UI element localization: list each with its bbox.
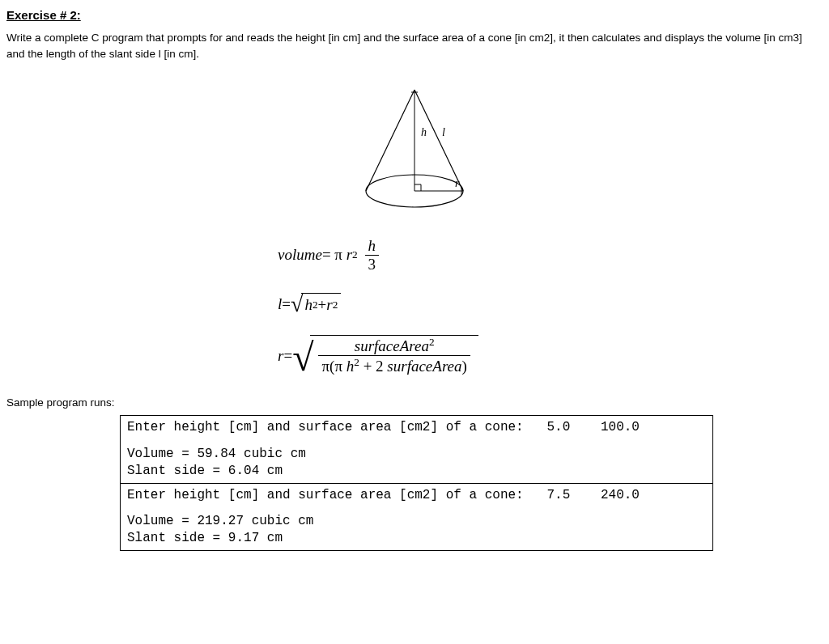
sample-volume-line: Volume = 219.27 cubic cm (127, 513, 706, 530)
diagram-label-h: h (421, 126, 427, 138)
sample-output-box: Enter height [cm] and surface area [cm2]… (120, 415, 713, 551)
exercise-heading: Exercise # 2: (6, 8, 823, 22)
svg-line-1 (366, 90, 414, 191)
formula-slant: l = √ h2 + r2 (278, 293, 823, 316)
formula-radius: r = √ surfaceArea2 π(π h2 + 2 surfaceAre… (278, 335, 823, 378)
sample-slant-line: Slant side = 6.04 cm (127, 463, 706, 480)
sample-sa-value: 240.0 (601, 488, 640, 502)
sample-prompt-text: Enter height [cm] and surface area [cm2]… (127, 420, 524, 434)
sample-slant-line: Slant side = 9.17 cm (127, 530, 706, 547)
cone-diagram: h l r (6, 78, 823, 218)
sample-height-value: 5.0 (547, 420, 571, 434)
svg-line-2 (414, 90, 463, 191)
sample-prompt-text: Enter height [cm] and surface area [cm2]… (127, 488, 524, 502)
diagram-label-r: r (455, 177, 460, 189)
sample-run-2: Enter height [cm] and surface area [cm2]… (121, 483, 712, 550)
sample-volume-line: Volume = 59.84 cubic cm (127, 446, 706, 463)
formula-volume: volume = π r2 h 3 (278, 237, 823, 273)
sample-runs-label: Sample program runs: (6, 396, 823, 409)
diagram-label-l: l (442, 126, 445, 138)
sample-height-value: 7.5 (547, 488, 571, 502)
sample-sa-value: 100.0 (601, 420, 640, 434)
sample-run-1: Enter height [cm] and surface area [cm2]… (121, 416, 712, 482)
formulas-block: volume = π r2 h 3 l = √ h2 + r2 r = √ (278, 237, 823, 378)
exercise-description: Write a complete C program that prompts … (6, 30, 823, 63)
